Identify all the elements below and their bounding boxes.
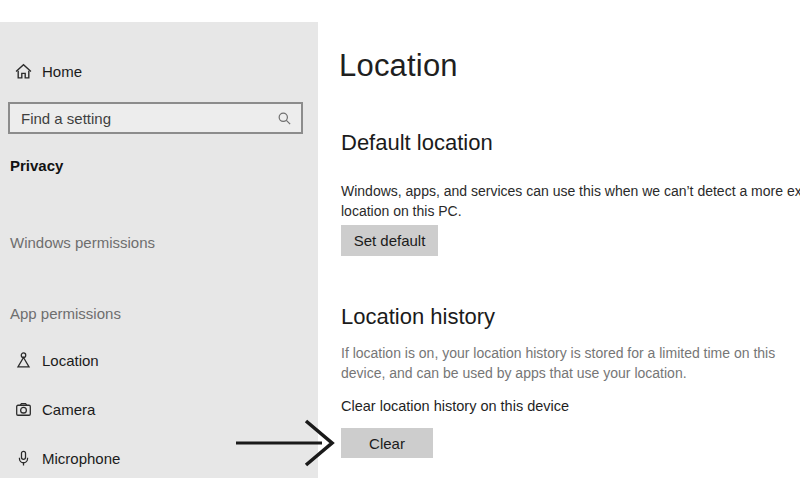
sidebar-item-label: Home xyxy=(42,63,82,80)
sidebar-item-location[interactable]: Location xyxy=(0,345,318,375)
sidebar-group-windows-permissions: Windows permissions xyxy=(10,234,155,251)
home-icon xyxy=(14,62,32,80)
microphone-icon xyxy=(14,449,32,467)
search-input[interactable] xyxy=(10,110,276,127)
location-pin-icon xyxy=(14,351,32,369)
sidebar-item-label: Microphone xyxy=(42,450,120,467)
default-location-heading: Default location xyxy=(341,130,493,156)
sidebar-group-app-permissions: App permissions xyxy=(10,305,121,322)
location-history-description: If location is on, your location history… xyxy=(341,343,800,383)
default-location-description: Windows, apps, and services can use this… xyxy=(341,181,800,221)
sidebar-item-label: Location xyxy=(42,352,99,369)
clear-button[interactable]: Clear xyxy=(341,428,433,458)
sidebar: Home Privacy Windows permissions App per… xyxy=(0,22,318,478)
camera-icon xyxy=(14,400,32,418)
search-box xyxy=(8,102,303,134)
page-title: Location xyxy=(339,48,458,84)
sidebar-item-camera[interactable]: Camera xyxy=(0,394,318,424)
set-default-button[interactable]: Set default xyxy=(341,225,438,256)
location-history-heading: Location history xyxy=(341,304,495,330)
settings-window: Home Privacy Windows permissions App per… xyxy=(0,0,800,478)
sidebar-item-home[interactable]: Home xyxy=(0,56,318,86)
sidebar-page-title: Privacy xyxy=(10,157,63,174)
sidebar-item-microphone[interactable]: Microphone xyxy=(0,443,318,473)
search-icon[interactable] xyxy=(276,110,292,126)
clear-history-caption: Clear location history on this device xyxy=(341,398,569,414)
sidebar-item-label: Camera xyxy=(42,401,95,418)
